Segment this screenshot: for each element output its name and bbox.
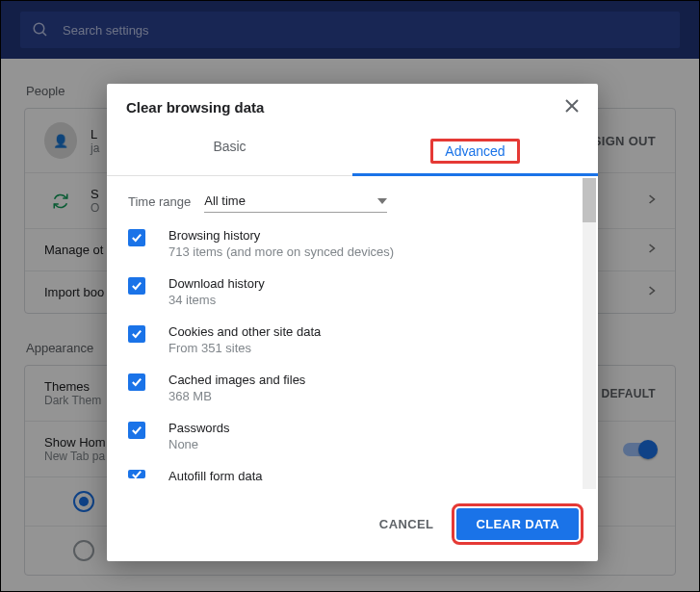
close-button[interactable] bbox=[565, 99, 579, 116]
cancel-button[interactable]: CANCEL bbox=[370, 508, 444, 540]
tab-basic[interactable]: Basic bbox=[107, 127, 352, 175]
dialog-tabs: Basic Advanced bbox=[107, 127, 598, 176]
time-range-select[interactable]: All time bbox=[204, 190, 387, 213]
checkbox-download-history[interactable] bbox=[128, 277, 145, 295]
checkbox-passwords[interactable] bbox=[128, 422, 145, 439]
checkbox-autofill[interactable] bbox=[128, 470, 145, 478]
tab-advanced[interactable]: Advanced bbox=[352, 127, 598, 175]
clear-data-button[interactable]: CLEAR DATA bbox=[456, 508, 579, 540]
option-browsing-history[interactable]: Browsing history 713 items (and more on … bbox=[128, 228, 592, 259]
option-autofill[interactable]: Autofill form data bbox=[128, 469, 592, 483]
scrollbar-thumb[interactable] bbox=[583, 178, 596, 222]
time-range-label: Time range bbox=[128, 194, 191, 209]
checkbox-cookies[interactable] bbox=[128, 325, 145, 343]
svg-marker-4 bbox=[377, 198, 387, 204]
option-passwords[interactable]: Passwords None bbox=[128, 421, 592, 451]
option-cached[interactable]: Cached images and files 368 MB bbox=[128, 373, 592, 403]
checkbox-browsing-history[interactable] bbox=[128, 229, 145, 246]
option-download-history[interactable]: Download history 34 items bbox=[128, 276, 592, 307]
option-cookies[interactable]: Cookies and other site data From 351 sit… bbox=[128, 324, 592, 355]
dialog-title: Clear browsing data bbox=[126, 99, 264, 116]
dropdown-icon bbox=[377, 198, 387, 204]
dialog-body: Time range All time Browsing history 713… bbox=[107, 176, 598, 491]
scrollbar-track[interactable] bbox=[583, 178, 596, 489]
clear-browsing-data-dialog: Clear browsing data Basic Advanced Time … bbox=[107, 84, 598, 561]
checkbox-cached[interactable] bbox=[128, 373, 145, 391]
